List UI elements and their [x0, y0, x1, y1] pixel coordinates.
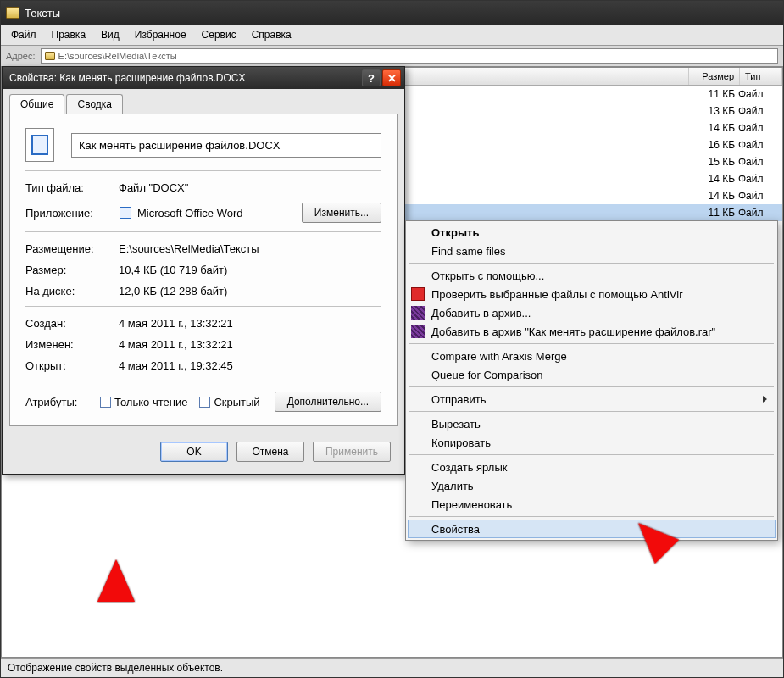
- address-bar: Адрес: E:\sources\RelMedia\Тексты: [1, 46, 783, 67]
- address-label: Адрес:: [6, 51, 36, 61]
- ctx-send-to[interactable]: Отправить: [408, 390, 776, 408]
- ctx-araxis-compare[interactable]: Compare with Araxis Merge: [408, 347, 776, 365]
- file-type: Файл: [735, 122, 777, 134]
- label-type: Тип файла:: [25, 181, 119, 194]
- dialog-titlebar[interactable]: Свойства: Как менять расширение файлов.D…: [3, 67, 404, 89]
- annotation-arrow: [97, 559, 135, 602]
- dialog-panel: Как менять расширение файлов.DOCX Тип фа…: [9, 114, 398, 426]
- change-app-button[interactable]: Изменить...: [302, 203, 381, 223]
- ctx-antivir[interactable]: Проверить выбранные файлы с помощью Anti…: [408, 285, 776, 303]
- archive-icon: [411, 306, 425, 320]
- ctx-open-with[interactable]: Открыть с помощью...: [408, 266, 776, 285]
- close-button[interactable]: ✕: [382, 69, 401, 86]
- filename-input[interactable]: Как менять расширение файлов.DOCX: [71, 133, 381, 158]
- menu-view[interactable]: Вид: [94, 26, 126, 43]
- menu-edit[interactable]: Правка: [45, 26, 93, 43]
- file-type: Файл: [735, 190, 777, 202]
- dialog-title-text: Свойства: Как менять расширение файлов.D…: [9, 72, 246, 84]
- properties-dialog: Свойства: Как менять расширение файлов.D…: [2, 66, 405, 475]
- file-size: 14 КБ: [684, 122, 735, 134]
- ctx-create-shortcut[interactable]: Создать ярлык: [408, 458, 776, 476]
- value-type: Файл "DOCX": [119, 181, 381, 194]
- folder-icon: [45, 52, 55, 60]
- file-type: Файл: [735, 173, 777, 185]
- ctx-copy[interactable]: Копировать: [408, 433, 776, 452]
- cancel-button[interactable]: Отмена: [236, 442, 304, 462]
- file-size: 11 КБ: [684, 88, 735, 100]
- file-size: 11 КБ: [684, 207, 735, 219]
- readonly-checkbox[interactable]: Только чтение: [100, 396, 187, 408]
- dialog-tabs: Общие Сводка: [3, 89, 404, 114]
- address-input[interactable]: E:\sources\RelMedia\Тексты: [41, 48, 778, 64]
- menu-bar: Файл Правка Вид Избранное Сервис Справка: [1, 25, 783, 46]
- ctx-add-archive-named[interactable]: Добавить в архив "Как менять расширение …: [408, 322, 776, 341]
- file-size: 15 КБ: [684, 156, 735, 168]
- tab-general[interactable]: Общие: [9, 94, 64, 114]
- archive-icon: [411, 325, 425, 338]
- menu-help[interactable]: Справка: [245, 26, 298, 43]
- dialog-footer: OK Отмена Применить: [3, 433, 404, 474]
- file-size: 14 КБ: [684, 190, 735, 202]
- label-created: Создан:: [25, 317, 119, 330]
- file-size: 14 КБ: [684, 173, 735, 185]
- folder-icon: [6, 7, 19, 19]
- address-text: E:\sources\RelMedia\Тексты: [58, 51, 177, 61]
- value-ondisk: 12,0 КБ (12 288 байт): [119, 285, 381, 297]
- menu-favorites[interactable]: Избранное: [128, 26, 193, 43]
- explorer-title-text: Тексты: [25, 7, 60, 19]
- file-type: Файл: [735, 207, 777, 219]
- ctx-properties[interactable]: Свойства: [408, 520, 776, 538]
- file-type: Файл: [735, 88, 777, 100]
- file-type-icon: [25, 128, 54, 162]
- ctx-delete[interactable]: Удалить: [408, 476, 776, 495]
- label-size: Размер:: [25, 264, 119, 276]
- label-app: Приложение:: [25, 207, 119, 220]
- tab-summary[interactable]: Сводка: [66, 94, 123, 114]
- label-attrs: Атрибуты:: [25, 396, 100, 408]
- context-menu: Открыть Find same files Открыть с помощь…: [405, 220, 778, 541]
- ctx-open[interactable]: Открыть: [408, 223, 776, 242]
- col-size[interactable]: Размер: [689, 68, 740, 85]
- value-size: 10,4 КБ (10 719 байт): [119, 264, 381, 276]
- file-size: 16 КБ: [684, 139, 735, 151]
- status-bar: Отображение свойств выделенных объектов.: [1, 658, 783, 677]
- advanced-button[interactable]: Дополнительно...: [275, 392, 381, 412]
- explorer-titlebar[interactable]: Тексты: [1, 1, 783, 25]
- label-ondisk: На диске:: [25, 285, 119, 297]
- file-type: Файл: [735, 156, 777, 168]
- antivir-icon: [411, 287, 425, 301]
- label-modified: Изменен:: [25, 338, 119, 351]
- apply-button[interactable]: Применить: [313, 442, 391, 462]
- ctx-rename[interactable]: Переименовать: [408, 495, 776, 514]
- file-type: Файл: [735, 105, 777, 117]
- hidden-checkbox[interactable]: Скрытый: [199, 396, 259, 408]
- col-type[interactable]: Тип: [740, 68, 782, 85]
- value-app: Microsoft Office Word: [137, 207, 243, 220]
- ok-button[interactable]: OK: [160, 442, 228, 462]
- value-modified: 4 мая 2011 г., 13:32:21: [119, 338, 381, 351]
- ctx-add-archive[interactable]: Добавить в архив...: [408, 303, 776, 322]
- label-location: Размещение:: [25, 242, 119, 255]
- ctx-cut[interactable]: Вырезать: [408, 414, 776, 433]
- menu-file[interactable]: Файл: [4, 26, 43, 43]
- file-size: 13 КБ: [684, 105, 735, 117]
- file-type: Файл: [735, 139, 777, 151]
- word-icon: [119, 206, 132, 220]
- value-location: E:\sources\RelMedia\Тексты: [119, 242, 381, 255]
- value-opened: 4 мая 2011 г., 19:32:45: [119, 359, 381, 372]
- value-created: 4 мая 2011 г., 13:32:21: [119, 317, 381, 330]
- menu-tools[interactable]: Сервис: [195, 26, 243, 43]
- ctx-find-same[interactable]: Find same files: [408, 242, 776, 260]
- label-opened: Открыт:: [25, 359, 119, 372]
- help-button[interactable]: ?: [362, 69, 381, 86]
- ctx-queue-compare[interactable]: Queue for Comparison: [408, 365, 776, 384]
